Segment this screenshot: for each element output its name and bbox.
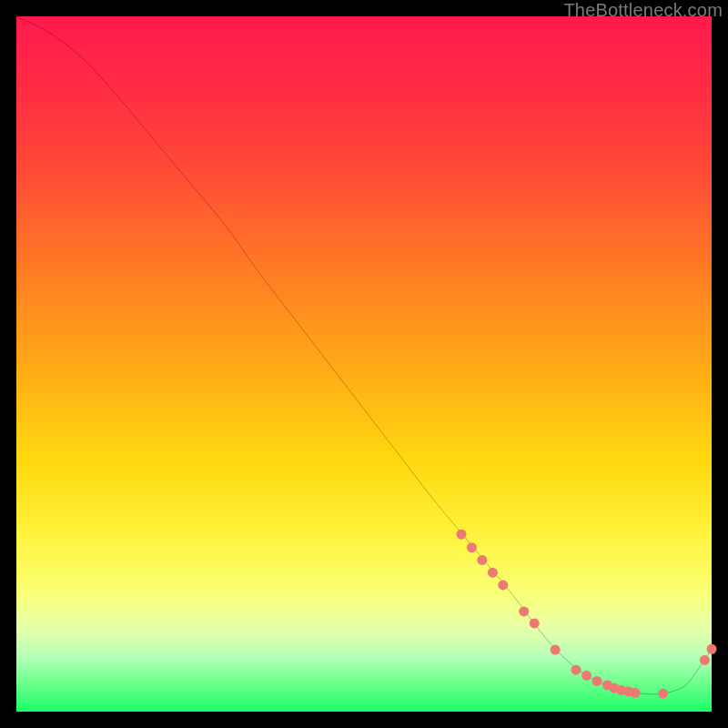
marker-group [456,530,716,699]
data-point [707,644,717,654]
data-point [530,618,540,628]
data-point [551,645,561,655]
data-point [456,530,466,540]
data-point [519,606,529,616]
data-point [488,568,498,578]
data-point [571,665,581,675]
data-point [467,542,477,552]
data-point [592,676,602,686]
data-point [581,671,592,681]
data-point [658,689,668,699]
data-point [630,688,640,698]
data-point [700,655,710,665]
chart-svg [16,16,712,712]
data-point [477,555,487,565]
curve-path [16,16,712,694]
data-point [498,580,508,590]
